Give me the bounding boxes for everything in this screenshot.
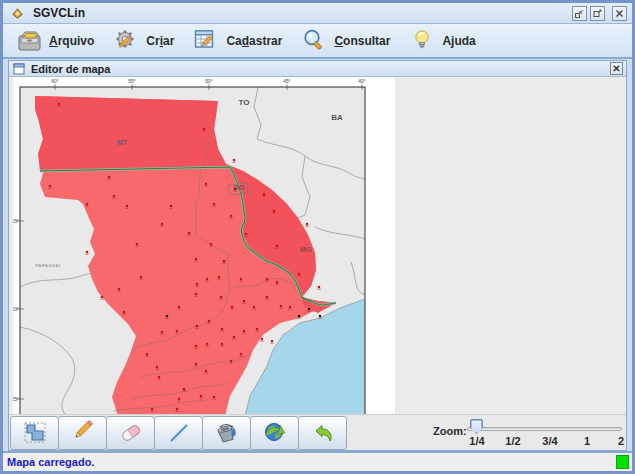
lon-tick-label: 45° — [283, 78, 291, 84]
map-marker — [218, 276, 220, 278]
map-marker-label — [217, 279, 220, 280]
paint-bucket-icon — [214, 420, 240, 446]
map-marker-label — [265, 299, 268, 300]
map-marker-label — [220, 346, 223, 347]
map-marker — [306, 223, 308, 225]
map-marker — [243, 330, 245, 332]
map-marker-label — [205, 281, 208, 282]
zoom-slider-thumb[interactable] — [470, 419, 483, 434]
map-marker-label — [157, 379, 160, 380]
editor-frame-titlebar[interactable]: Editor de mapa ✕ — [9, 61, 626, 77]
region-label: BA — [331, 113, 343, 122]
menu-criar-label: Criar — [146, 34, 174, 48]
map-marker — [308, 308, 310, 310]
map-marker-label — [194, 296, 197, 297]
menu-arquivo[interactable]: Arquivo — [9, 24, 106, 57]
map-marker — [318, 286, 320, 288]
zoom-tick-label: 1 — [584, 435, 590, 447]
region-label: MT — [117, 139, 128, 146]
map-marker — [276, 281, 278, 283]
reload-tool-button[interactable] — [250, 416, 299, 450]
lightbulb-icon — [409, 28, 436, 53]
eraser-tool-button[interactable] — [106, 416, 155, 450]
map-marker — [58, 103, 60, 105]
map-marker-label — [219, 299, 222, 300]
map-marker-label — [205, 346, 208, 347]
frame-close-button[interactable]: ✕ — [610, 62, 623, 75]
menu-cadastrar[interactable]: Cadastrar — [186, 24, 294, 57]
line-icon — [166, 420, 192, 446]
map-marker — [298, 273, 300, 275]
minimize-button[interactable] — [572, 6, 587, 21]
map-marker — [231, 306, 233, 308]
line-tool-button[interactable] — [154, 416, 203, 450]
map-marker-label — [222, 263, 225, 264]
map-marker — [271, 340, 273, 342]
map-marker — [319, 315, 321, 317]
fill-tool-button[interactable] — [202, 416, 251, 450]
zoom-slider-track[interactable] — [467, 427, 622, 431]
map-marker — [101, 296, 103, 298]
menu-arquivo-label: Arquivo — [49, 34, 94, 48]
menu-ajuda[interactable]: Ajuda — [402, 24, 487, 57]
maximize-button[interactable] — [590, 6, 605, 21]
close-button[interactable] — [612, 6, 627, 21]
map-marker-label — [232, 339, 235, 340]
statusbar: Mapa carregado. — [3, 451, 632, 471]
map-marker — [195, 345, 197, 347]
select-tool-button[interactable] — [10, 416, 59, 450]
map-marker — [253, 306, 255, 308]
map-marker-label — [160, 226, 163, 227]
map-marker — [178, 306, 180, 308]
map-marker — [151, 408, 153, 410]
map-marker-label — [288, 309, 291, 310]
map-marker-label — [107, 179, 110, 180]
map-marker — [170, 205, 172, 207]
lat-tick-label: 20° — [13, 306, 19, 312]
editor-de-mapa-frame: Editor de mapa ✕ — [8, 60, 627, 451]
map-marker — [113, 195, 115, 197]
map-marker — [221, 343, 223, 345]
map-marker-label — [204, 373, 207, 374]
map-marker — [86, 251, 88, 253]
select-shape-icon — [22, 420, 48, 446]
map-marker — [289, 306, 291, 308]
map-marker — [195, 293, 197, 295]
lon-tick-label: 55° — [128, 78, 136, 84]
map-marker-label — [125, 208, 128, 209]
map-marker-label — [207, 323, 210, 324]
menu-criar[interactable]: Criar — [106, 24, 186, 57]
map-marker-label — [297, 276, 300, 277]
map-marker-label — [262, 196, 265, 197]
archive-icon — [16, 28, 43, 53]
map-marker — [203, 128, 205, 130]
map-marker-label — [195, 286, 198, 287]
map-marker-label — [232, 162, 235, 163]
map-marker-label — [100, 299, 103, 300]
minimize-icon — [574, 8, 585, 19]
selected-region-dark-north — [35, 96, 230, 171]
undo-tool-button[interactable] — [298, 416, 347, 450]
zoom-tick-label: 2 — [618, 435, 624, 447]
menu-consultar[interactable]: Consultar — [294, 24, 402, 57]
map-marker — [233, 336, 235, 338]
zoom-tick-label: 3/4 — [542, 435, 557, 447]
map-marker-label — [255, 331, 258, 332]
frame-icon — [13, 63, 25, 75]
map-marker-label — [112, 198, 115, 199]
map-marker — [196, 325, 198, 327]
map-marker-label — [194, 348, 197, 349]
pencil-tool-button[interactable] — [58, 416, 107, 450]
status-message: Mapa carregado. — [3, 456, 94, 468]
map-marker — [200, 395, 202, 397]
map-marker — [263, 193, 265, 195]
close-icon — [614, 8, 625, 19]
map-marker — [208, 320, 210, 322]
zoom-label: Zoom: — [433, 425, 467, 437]
map-marker-label — [177, 401, 180, 402]
map-marker-label — [229, 218, 232, 219]
map-marker-label — [209, 246, 212, 247]
map-marker-label — [139, 279, 142, 280]
titlebar[interactable]: SGVCLin — [3, 3, 632, 24]
map-canvas[interactable]: TOBAMTGOMGPARAGUAI 60°55°50°45°40° 15°20… — [13, 77, 395, 416]
